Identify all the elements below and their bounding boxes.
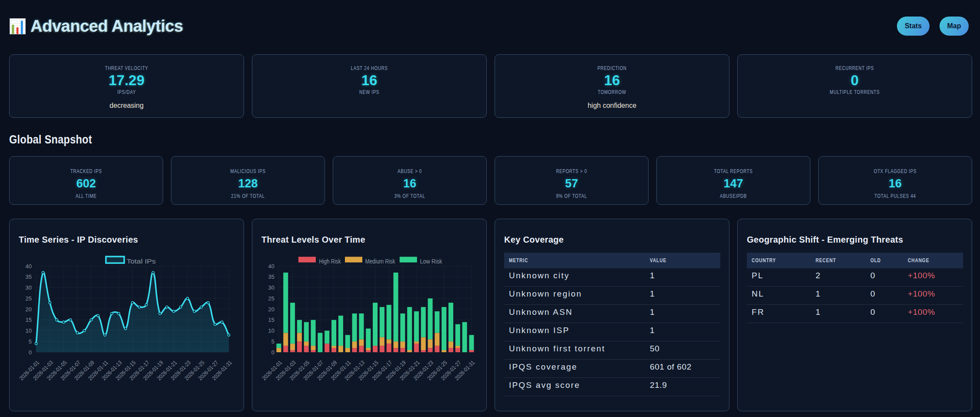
svg-text:30: 30 — [26, 284, 32, 291]
svg-text:30: 30 — [268, 284, 274, 291]
svg-text:40: 40 — [26, 263, 32, 270]
svg-text:25: 25 — [26, 295, 32, 302]
svg-text:20: 20 — [26, 306, 32, 313]
svg-text:High Risk: High Risk — [319, 258, 341, 265]
svg-text:5: 5 — [271, 338, 274, 345]
svg-text:20: 20 — [268, 306, 274, 313]
svg-text:Total IPs: Total IPs — [127, 258, 156, 265]
svg-text:15: 15 — [26, 317, 32, 323]
svg-text:0: 0 — [271, 349, 274, 356]
svg-text:25: 25 — [268, 295, 274, 302]
svg-text:10: 10 — [268, 327, 274, 334]
svg-text:5: 5 — [29, 338, 32, 345]
svg-text:Medium Risk: Medium Risk — [365, 258, 396, 265]
svg-text:10: 10 — [26, 327, 32, 334]
svg-text:Low Risk: Low Risk — [420, 258, 443, 265]
svg-text:0: 0 — [29, 349, 32, 356]
svg-text:15: 15 — [268, 317, 274, 323]
svg-text:35: 35 — [26, 274, 32, 280]
svg-text:40: 40 — [268, 263, 274, 270]
svg-text:35: 35 — [268, 274, 274, 280]
